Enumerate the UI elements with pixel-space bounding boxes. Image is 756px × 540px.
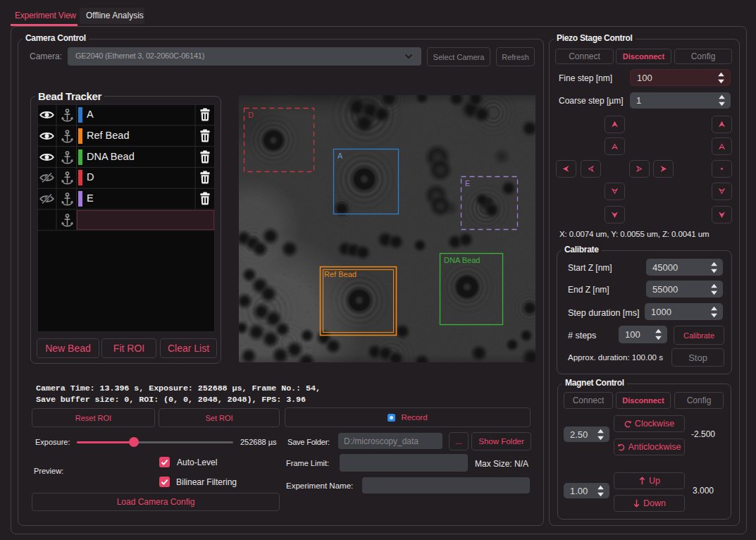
svg-text:E: E xyxy=(465,179,470,188)
svg-text:A: A xyxy=(337,152,343,160)
svg-text:DNA Bead: DNA Bead xyxy=(444,256,480,264)
svg-text:Ref Bead: Ref Bead xyxy=(324,270,357,278)
svg-text:D: D xyxy=(248,111,254,119)
